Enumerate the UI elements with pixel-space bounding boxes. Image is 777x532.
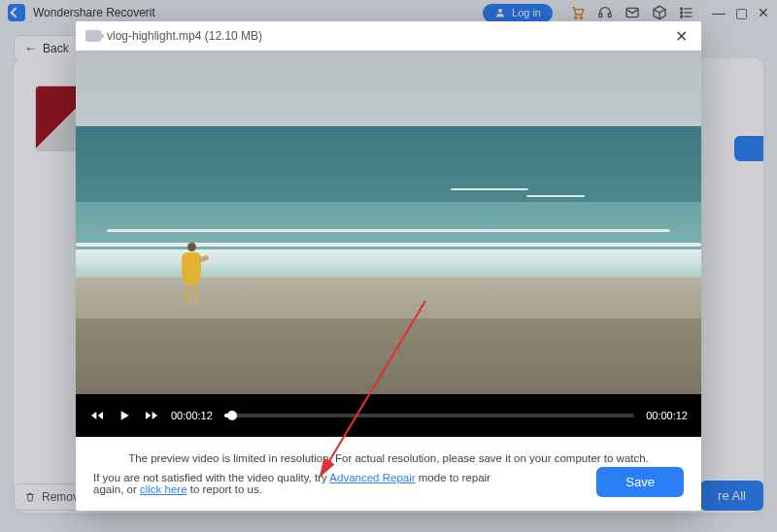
save-button[interactable]: Save [596,467,684,497]
click-here-link[interactable]: click here [140,483,187,495]
save-label: Save [625,475,655,489]
modal-footer: The preview video is limited in resoluti… [76,437,701,511]
rewind-button[interactable] [89,408,105,423]
video-frame[interactable] [76,50,701,394]
forward-button[interactable] [144,408,159,423]
footer-note-2: If you are not satisfied with the video … [93,472,511,495]
play-button[interactable] [117,408,132,423]
seek-knob[interactable] [227,411,237,420]
seek-bar[interactable] [224,414,634,417]
advanced-repair-link[interactable]: Advanced Repair [329,472,415,483]
modal-filename: vlog-highlight.mp4 [107,29,201,43]
video-controls: 00:00:12 00:00:12 [76,394,701,437]
video-area: 00:00:12 00:00:12 [76,50,701,437]
preview-modal: vlog-highlight.mp4 (12.10 MB) ✕ [76,21,701,511]
modal-header: vlog-highlight.mp4 (12.10 MB) ✕ [76,21,701,50]
time-current: 00:00:12 [171,410,213,421]
modal-filesize: (12.10 MB) [205,29,262,43]
time-total: 00:00:12 [646,410,688,421]
footer-note-1: The preview video is limited in resoluti… [93,452,684,464]
video-file-icon [85,30,101,42]
video-subject [182,243,205,311]
modal-close-button[interactable]: ✕ [671,25,692,48]
